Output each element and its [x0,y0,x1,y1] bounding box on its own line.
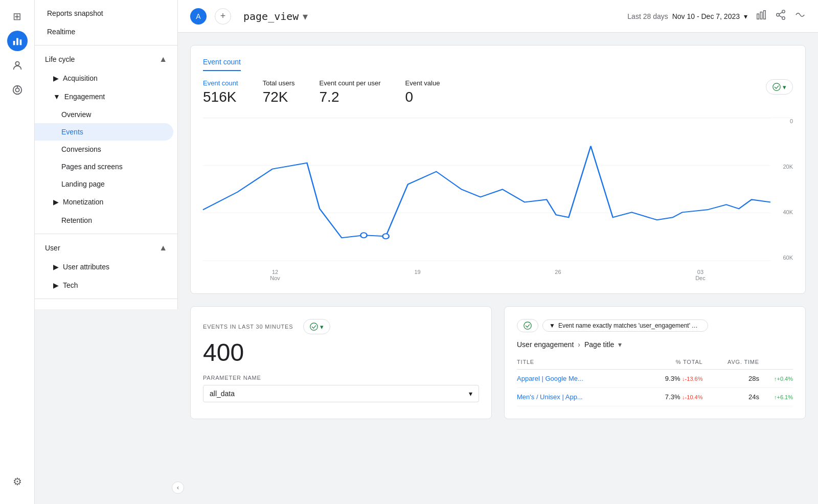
user-attributes-item[interactable]: ▶ User attributes [35,258,177,276]
event-name-display: page_view ▾ [243,10,308,22]
param-label: PARAMETER NAME [203,375,479,381]
row2-trend: -10.4% [682,394,702,400]
user-chevron: ▲ [159,243,167,253]
svg-point-3 [15,62,19,65]
col-percent: % TOTAL [635,355,703,370]
content-area: Event count Event count 516K Total users… [178,33,818,504]
conversions-item[interactable]: Conversions [35,141,177,158]
retention-item[interactable]: Retention [35,211,177,230]
filter-funnel-icon: ▼ [549,322,555,329]
row1-avgtime: 28s [702,370,759,388]
col-title: TITLE [517,355,635,370]
chart-x-labels: 12 Nov 19 26 03 Dec [203,267,772,281]
svg-rect-9 [764,11,766,19]
settings-icon[interactable]: ⚙ [7,471,28,492]
advertising-icon[interactable] [7,80,28,100]
x-label-26: 26 [555,269,561,281]
chart-type-icon[interactable] [756,9,767,23]
param-select-dropdown-icon: ▾ [469,390,472,398]
realtime-link[interactable]: Realtime [35,22,177,41]
compare-icon[interactable] [794,9,806,23]
row1-trend: -13.6% [682,376,702,382]
metric-event-count: Event count 516K [203,79,238,105]
breadcrumb-level1[interactable]: User engagement [517,340,574,349]
sidebar-collapse-button[interactable]: ‹ [172,482,184,494]
row2-title[interactable]: Men's / Unisex | App... [517,388,635,406]
line-chart-container: 60K 40K 20K 0 12 Nov 19 26 [203,118,793,281]
bottom-cards: EVENTS IN LAST 30 MINUTES ▾ 400 PARAMETE… [190,306,806,419]
svg-line-13 [779,15,782,17]
lifecycle-header[interactable]: Life cycle ▲ [35,50,177,69]
row1-percent: 9.3% -13.6% [635,370,703,388]
svg-point-15 [773,83,780,90]
audience-icon[interactable] [7,55,28,76]
row2-percent: 7.3% -10.4% [635,388,703,406]
table-row: Men's / Unisex | App... 7.3% -10.4% 24s … [517,388,793,406]
compare-button[interactable]: ▾ [766,79,793,95]
svg-line-14 [779,12,782,14]
home-icon[interactable]: ⊞ [7,6,28,27]
user-section-header[interactable]: User ▲ [35,238,177,258]
row2-avgtime: 24s [702,388,759,406]
metric-event-value: Event value 0 [405,79,440,105]
param-select[interactable]: all_data ▾ [203,385,479,402]
metric-total-users: Total users 72K [263,79,295,105]
events-item[interactable]: Events [35,123,173,141]
svg-point-21 [383,234,389,239]
user-attributes-expand-icon: ▶ [53,263,59,271]
svg-point-22 [310,323,317,330]
monetization-item[interactable]: ▶ Monetization [35,193,177,211]
metric-event-count-per-user: Event count per user 7.2 [320,79,381,105]
icon-sidebar: ⊞ ⚙ [0,0,35,504]
breadcrumb-nav: User engagement › Page title ▾ [517,340,793,349]
x-label-03-dec: 03 Dec [695,269,706,281]
row1-title[interactable]: Apparel | Google Me... [517,370,635,388]
filter-text-chip[interactable]: ▼ Event name exactly matches 'user_engag… [542,319,708,332]
metrics-row: Event count 516K Total users 72K Event c… [203,79,793,105]
card-header-events: EVENTS IN LAST 30 MINUTES ▾ [203,319,479,334]
line-chart [203,118,770,261]
overview-item[interactable]: Overview [35,106,177,123]
svg-point-12 [782,17,785,19]
row2-delta: +6.1% [759,388,793,406]
breadcrumb-level2: Page title [584,340,614,349]
tech-item[interactable]: ▶ Tech [35,276,177,294]
add-property-button[interactable]: + [215,8,231,25]
engagement-table: TITLE % TOTAL AVG. TIME Apparel | Google… [517,355,793,406]
pages-screens-item[interactable]: Pages and screens [35,158,177,175]
breadcrumb-arrow: › [578,340,580,349]
events-count: 400 [203,338,479,366]
reports-snapshot-link[interactable]: Reports snapshot [35,4,177,22]
events-check-button[interactable]: ▾ [303,319,330,334]
svg-point-10 [782,10,785,13]
row1-delta-value: +0.4% [774,376,793,382]
user-engagement-card: ▼ Event name exactly matches 'user_engag… [504,306,806,419]
row2-delta-value: +6.1% [774,394,793,400]
event-count-tab[interactable]: Event count [203,58,241,71]
avatar: A [190,8,207,25]
acquisition-item[interactable]: ▶ Acquisition [35,69,177,87]
svg-rect-8 [760,12,762,19]
share-icon[interactable] [775,9,786,23]
events-check-dropdown-icon: ▾ [320,323,324,331]
nav-sidebar: Reports snapshot Realtime Life cycle ▲ ▶… [35,0,178,309]
analytics-icon[interactable] [7,31,28,51]
engagement-item[interactable]: ▼ Engagement [35,87,177,106]
col-delta [759,355,793,370]
svg-rect-1 [16,38,18,45]
filter-bar: ▼ Event name exactly matches 'user_engag… [517,319,793,332]
lifecycle-chevron: ▲ [159,55,167,64]
chart-card: Event count Event count 516K Total users… [190,45,806,294]
date-range-selector[interactable]: Last 28 days Nov 10 - Dec 7, 2023 ▾ [627,12,747,20]
col-avgtime: AVG. TIME [702,355,759,370]
tech-expand-icon: ▶ [53,281,59,289]
svg-point-23 [524,322,531,329]
lifecycle-section: Life cycle ▲ ▶ Acquisition ▼ Engagement … [35,45,177,234]
breadcrumb-dropdown-icon[interactable]: ▾ [618,340,622,349]
event-dropdown-button[interactable]: ▾ [303,10,308,22]
top-bar-actions [756,9,806,23]
landing-page-item[interactable]: Landing page [35,175,177,193]
filter-check-chip[interactable] [517,319,538,332]
svg-point-5 [15,88,19,91]
user-section: User ▲ ▶ User attributes ▶ Tech [35,234,177,299]
